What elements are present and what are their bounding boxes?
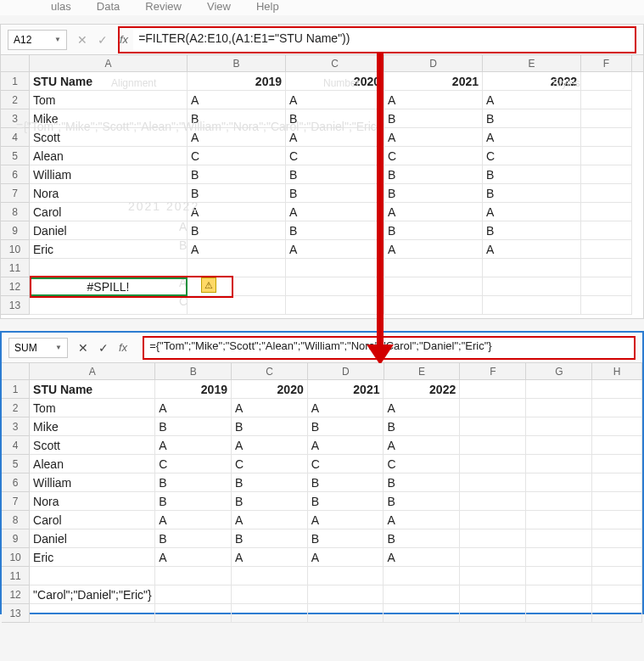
col-header[interactable]: D [308, 363, 384, 379]
row-header[interactable]: 13 [2, 604, 30, 623]
cell[interactable] [483, 277, 581, 296]
cell[interactable] [286, 296, 384, 315]
ribbon-tab[interactable]: Help [256, 0, 279, 13]
cell[interactable] [581, 184, 632, 203]
cell[interactable]: William [30, 473, 155, 492]
row-header[interactable]: 13 [1, 296, 30, 315]
col-header[interactable]: C [232, 363, 308, 379]
cell[interactable]: A [384, 128, 483, 147]
cell[interactable]: A [483, 203, 581, 221]
cell[interactable]: A [188, 91, 286, 109]
confirm-icon[interactable]: ✓ [98, 341, 109, 355]
cell[interactable] [592, 473, 642, 492]
cell[interactable]: Nora [30, 184, 188, 203]
cell[interactable] [526, 548, 592, 567]
cell[interactable] [526, 417, 592, 436]
ribbon-tab[interactable]: View [207, 0, 231, 13]
ribbon-tab[interactable]: Review [145, 0, 182, 13]
cell[interactable] [308, 604, 384, 623]
row-header[interactable]: 11 [1, 259, 30, 277]
cell[interactable] [483, 259, 581, 277]
cell[interactable]: 2020 [232, 380, 308, 399]
cell[interactable] [232, 604, 308, 623]
row-header[interactable]: 12 [2, 585, 30, 604]
col-header[interactable]: H [592, 363, 642, 379]
row-header[interactable]: 10 [2, 548, 30, 567]
cell[interactable]: C [483, 147, 581, 165]
cell[interactable] [460, 492, 526, 511]
cell[interactable]: 2020 [286, 72, 384, 91]
row-header[interactable]: 8 [1, 203, 30, 221]
cell[interactable] [581, 91, 632, 109]
cell[interactable]: A [286, 91, 384, 109]
ribbon-tabs[interactable]: ulas Data Review View Help [0, 0, 644, 15]
cell[interactable] [581, 277, 632, 296]
col-header[interactable]: A [30, 363, 155, 379]
cell[interactable] [384, 604, 460, 623]
cancel-icon[interactable]: ✕ [77, 33, 87, 47]
cell[interactable] [526, 473, 592, 492]
cell[interactable]: A [232, 399, 308, 417]
cell[interactable] [581, 240, 632, 259]
cell[interactable] [460, 380, 526, 399]
row-header[interactable]: 2 [1, 91, 30, 109]
cell[interactable] [483, 296, 581, 315]
cell[interactable] [308, 567, 384, 585]
ribbon-tab[interactable]: ulas [51, 0, 71, 13]
cell[interactable]: C [384, 455, 460, 473]
cell[interactable] [188, 259, 286, 277]
cell[interactable] [384, 296, 483, 315]
cell[interactable]: Eric [30, 548, 155, 567]
cell[interactable]: A [232, 548, 308, 567]
cell[interactable] [460, 436, 526, 455]
cell[interactable]: Scott [30, 436, 155, 455]
cell[interactable]: B [286, 165, 384, 184]
col-header[interactable]: G [526, 363, 592, 379]
cell[interactable]: A [384, 203, 483, 221]
cell[interactable] [581, 147, 632, 165]
corner-select-all[interactable] [1, 55, 30, 71]
cell[interactable]: A [308, 436, 384, 455]
row-header[interactable]: 3 [1, 109, 30, 128]
row-header[interactable]: 1 [2, 380, 30, 399]
cell[interactable]: A [483, 91, 581, 109]
cell[interactable]: B [384, 109, 483, 128]
cell[interactable] [592, 548, 642, 567]
row-header[interactable]: 1 [1, 72, 30, 91]
cell[interactable] [460, 399, 526, 417]
cell[interactable] [526, 492, 592, 511]
cell[interactable] [581, 203, 632, 221]
cell[interactable]: A [188, 240, 286, 259]
cell[interactable] [526, 567, 592, 585]
cell[interactable]: B [188, 109, 286, 128]
cell[interactable]: B [308, 473, 384, 492]
cell[interactable] [526, 585, 592, 604]
sheet-grid[interactable]: Alignment Number Styles ={"Tom";"Mike";"… [1, 55, 643, 318]
cell[interactable]: B [384, 492, 460, 511]
fx-icon[interactable]: fx [120, 33, 128, 46]
cell[interactable]: C [232, 455, 308, 473]
cell[interactable] [155, 567, 232, 585]
cell[interactable]: A [308, 511, 384, 529]
cell[interactable]: B [232, 473, 308, 492]
row-header[interactable]: 11 [2, 567, 30, 585]
cell[interactable] [581, 259, 632, 277]
cell[interactable]: B [384, 417, 460, 436]
cell[interactable] [592, 455, 642, 473]
row-header[interactable]: 3 [2, 417, 30, 436]
col-header[interactable]: B [155, 363, 232, 379]
cell[interactable]: Scott [30, 128, 188, 147]
cell[interactable]: B [308, 417, 384, 436]
cell[interactable]: STU Name [30, 72, 188, 91]
cell[interactable]: Carol [30, 511, 155, 529]
cell[interactable] [581, 72, 632, 91]
cell[interactable]: C [384, 147, 483, 165]
cell[interactable]: 2019 [188, 72, 286, 91]
cell[interactable]: 2022 [483, 72, 581, 91]
confirm-icon[interactable]: ✓ [98, 33, 108, 47]
row-header[interactable]: 10 [1, 240, 30, 259]
cell[interactable] [526, 436, 592, 455]
cell[interactable]: A [384, 511, 460, 529]
cell[interactable]: 2021 [384, 72, 483, 91]
cell[interactable] [30, 259, 188, 277]
